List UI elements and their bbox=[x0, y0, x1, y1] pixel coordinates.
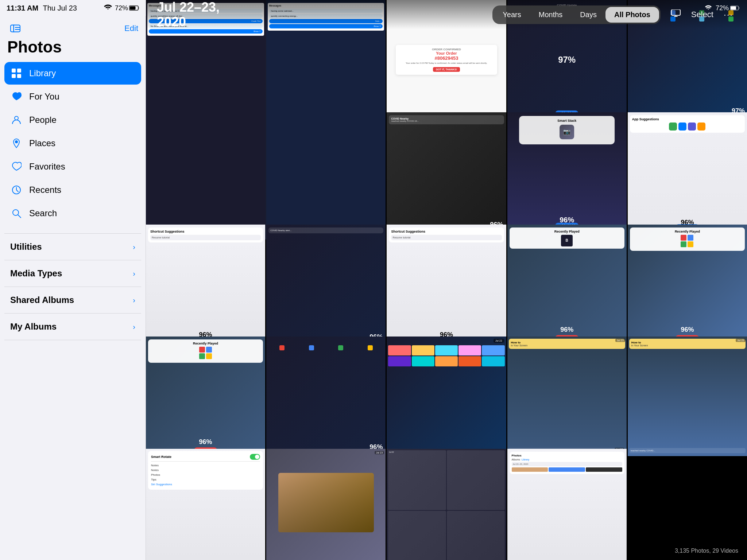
person-icon bbox=[10, 114, 23, 126]
sidebar-title: Photos bbox=[0, 38, 146, 62]
all-photos-btn[interactable]: All Photos bbox=[605, 7, 659, 23]
battery-status: 72% bbox=[716, 4, 740, 12]
tv-icon-btn[interactable] bbox=[668, 7, 684, 23]
photo-cell-13[interactable]: Recently Played 96% Add Shield bbox=[146, 337, 265, 456]
photo-cell-8[interactable]: Shortcut Suggestions Resume tutorial 96%… bbox=[146, 225, 265, 344]
status-time: 11:31 AM Thu Jul 23 bbox=[7, 4, 77, 12]
svg-rect-16 bbox=[731, 7, 736, 10]
sidebar-header: Edit bbox=[0, 16, 146, 38]
favorites-label: Favorites bbox=[29, 162, 65, 172]
for-you-label: For You bbox=[29, 92, 59, 102]
photo-cell-7[interactable]: App Suggestions 96% Add Shield bbox=[628, 112, 747, 232]
photo-cell-10[interactable]: Shortcut Suggestions Resume tutorial 96%… bbox=[387, 225, 506, 344]
photo-cell-6[interactable]: Smart Stack 📷 96% Add Shield bbox=[507, 112, 627, 232]
svg-rect-6 bbox=[12, 69, 16, 73]
sidebar-item-places[interactable]: Places bbox=[4, 132, 141, 155]
svg-rect-9 bbox=[17, 74, 21, 78]
sidebar-nav: Library For You People bbox=[0, 62, 146, 225]
photo-cell-11[interactable]: Recently Played B 96% Add Shield bbox=[507, 225, 627, 344]
photo-cell-14[interactable]: 96% bbox=[266, 337, 386, 456]
clock-icon bbox=[10, 184, 23, 196]
sidebar-item-shared-albums[interactable]: Shared Albums › bbox=[4, 287, 141, 314]
photo-cell-17[interactable]: How to in Your Screen Jul 23 reached nea… bbox=[628, 337, 747, 456]
photo-cell-9[interactable]: COVID Nearby alert... 96% Add Shield bbox=[266, 225, 386, 344]
places-label: Places bbox=[29, 138, 55, 148]
photo-cell-5[interactable]: COVID Nearby reached nearby COVID-19... … bbox=[387, 112, 506, 232]
svg-point-10 bbox=[15, 116, 18, 120]
svg-rect-8 bbox=[12, 74, 16, 78]
sidebar-item-recents[interactable]: Recents bbox=[4, 179, 141, 201]
sidebar-item-utilities[interactable]: Utilities › bbox=[4, 233, 141, 260]
shared-albums-label: Shared Albums bbox=[10, 295, 74, 305]
sidebar-item-library[interactable]: Library bbox=[4, 62, 141, 85]
edit-button[interactable]: Edit bbox=[124, 24, 138, 33]
photo-cell-21[interactable]: Photos Albums Library Jul 22–23, 2020 in… bbox=[507, 449, 627, 560]
sidebar-toggle-btn[interactable] bbox=[7, 22, 23, 35]
main-status-right: 72% bbox=[705, 0, 747, 16]
photo-grid: Messages having some oatmeal in our Caff… bbox=[146, 0, 747, 560]
sidebar-item-search[interactable]: Search bbox=[4, 202, 141, 225]
photo-cell-19[interactable]: Jul 23 Jul 23 1:46 bbox=[266, 449, 386, 560]
for-you-icon bbox=[10, 90, 23, 103]
favorites-icon bbox=[10, 160, 23, 173]
years-btn[interactable]: Years bbox=[494, 7, 530, 23]
sidebar-item-my-albums[interactable]: My Albums › bbox=[4, 314, 141, 340]
svg-line-14 bbox=[18, 215, 21, 218]
photo-cell-20[interactable]: Jul 22 3,135 Photos, 29 Videos bbox=[387, 449, 506, 560]
media-types-chevron: › bbox=[133, 269, 135, 278]
sidebar-item-people[interactable]: People bbox=[4, 109, 141, 131]
shared-albums-chevron: › bbox=[133, 296, 135, 304]
library-label: Library bbox=[29, 68, 56, 78]
sidebar-item-media-types[interactable]: Media Types › bbox=[4, 260, 141, 287]
battery-icon: 72% bbox=[115, 4, 139, 12]
my-albums-chevron: › bbox=[133, 323, 135, 331]
map-pin-icon bbox=[10, 137, 23, 149]
photo-cell-15[interactable]: Jul 22 96% bbox=[387, 337, 506, 456]
months-btn[interactable]: Months bbox=[530, 7, 572, 23]
svg-rect-7 bbox=[17, 69, 21, 73]
status-icons: 72% bbox=[104, 4, 139, 12]
view-controls: Years Months Days All Photos bbox=[492, 5, 660, 24]
wifi-signal-icon bbox=[705, 4, 712, 12]
wifi-icon bbox=[104, 4, 112, 12]
photo-header: Jul 22–23, 2020 Years Months Days All Ph… bbox=[146, 0, 747, 29]
sidebar-item-favorites[interactable]: Favorites bbox=[4, 155, 141, 178]
photo-cell-1[interactable]: Messages having some oatmeal in our Caff… bbox=[146, 0, 386, 240]
status-bar: 11:31 AM Thu Jul 23 72% bbox=[0, 0, 146, 16]
grid-icon bbox=[10, 67, 23, 79]
photo-cell-18[interactable]: Smart Rotate Notes Notes Photos Tips Sir… bbox=[146, 449, 265, 560]
media-types-label: Media Types bbox=[10, 268, 62, 279]
sidebar: Edit Photos Library For You bbox=[0, 0, 146, 560]
sidebar-item-for-you[interactable]: For You bbox=[4, 85, 141, 108]
svg-rect-1 bbox=[130, 7, 136, 10]
days-btn[interactable]: Days bbox=[571, 7, 605, 23]
photo-cell-16[interactable]: How to in Your Screen Jul 23 reached nea… bbox=[507, 337, 627, 456]
utilities-label: Utilities bbox=[10, 242, 42, 252]
svg-point-11 bbox=[15, 141, 18, 143]
recents-label: Recents bbox=[29, 185, 61, 195]
search-icon bbox=[10, 207, 23, 219]
svg-rect-17 bbox=[671, 9, 680, 15]
total-count: 3,135 Photos, 29 Videos bbox=[675, 548, 738, 554]
search-label: Search bbox=[29, 208, 57, 218]
utilities-chevron: › bbox=[133, 243, 135, 251]
people-label: People bbox=[29, 115, 57, 125]
main-content: 72% Jul 22–23, 2020 Years Months Days Al… bbox=[146, 0, 747, 560]
date-range-label: Jul 22–23, 2020 bbox=[157, 0, 220, 29]
svg-rect-2 bbox=[11, 25, 20, 32]
sidebar-sections: Utilities › Media Types › Shared Albums … bbox=[0, 233, 146, 340]
photo-cell-12[interactable]: Recently Played 96% Add Shield bbox=[628, 225, 747, 344]
my-albums-label: My Albums bbox=[10, 322, 57, 332]
